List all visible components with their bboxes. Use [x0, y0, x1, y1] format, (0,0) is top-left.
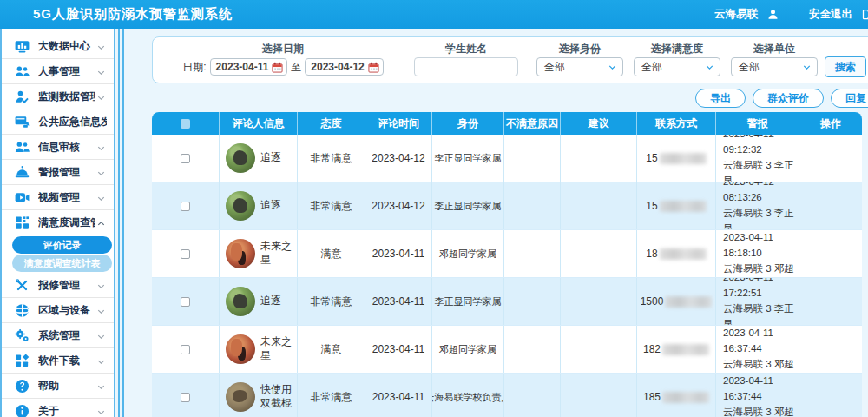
row-checkbox[interactable]	[181, 202, 190, 211]
chevron-down-icon	[95, 192, 107, 203]
current-user-label[interactable]: 云海易联	[714, 7, 758, 22]
sidebar-item-alarm[interactable]: 警报管理	[2, 160, 114, 185]
contact-cell: 15	[637, 182, 716, 229]
sidebar-item-broadcast[interactable]: 公共应急信息发布	[2, 109, 114, 135]
sidebar-subitem-8[interactable]: 评价记录	[12, 236, 112, 254]
alarm-line: 2023-04-12	[723, 135, 774, 142]
user-icon	[766, 8, 779, 21]
topbar: 5G人脸识别防溺水预警监测系统 云海易联 安全退出	[0, 0, 868, 29]
reply-button[interactable]: 回复	[831, 89, 868, 108]
commenter-name: 追逐	[260, 199, 281, 213]
avatar	[226, 143, 255, 173]
select-all-checkbox[interactable]	[181, 119, 190, 129]
operation-cell	[799, 374, 862, 417]
phone-redacted	[660, 153, 707, 164]
alarm-line: 2023-04-12	[723, 182, 774, 190]
identity-cell: 李正显同学家属	[432, 182, 504, 229]
avatar	[226, 382, 255, 412]
calendar-icon	[272, 62, 283, 73]
search-button[interactable]: 搜索	[825, 56, 866, 77]
row-checkbox-cell	[152, 326, 220, 373]
chevron-down-icon	[95, 41, 107, 52]
region-icon	[14, 302, 30, 319]
software-icon	[14, 353, 30, 369]
suggestion-cell	[561, 230, 637, 277]
chevron-down-icon	[95, 330, 107, 341]
sidebar-scrollbar[interactable]	[115, 29, 128, 417]
sidebar-item-region[interactable]: 区域与设备	[2, 298, 114, 323]
suggestion-cell	[561, 374, 637, 417]
unit-filter-label: 选择单位	[726, 42, 823, 56]
avatar	[226, 239, 255, 268]
suggestion-cell	[561, 182, 637, 229]
sidebar-item-video[interactable]: 视频管理	[2, 185, 114, 210]
column-header: 评论人信息	[220, 112, 298, 135]
table-row: 追逐非常满意2023-04-12李正显同学家属152023-04-1209:12…	[152, 135, 862, 182]
alarm-line: 云海易联 3 邓超	[723, 261, 794, 277]
avatar	[226, 191, 255, 221]
identity-filter-label: 选择身份	[531, 42, 628, 56]
sidebar-item-info-audit[interactable]: 信息审核	[2, 135, 114, 160]
operation-cell	[799, 278, 862, 325]
row-checkbox[interactable]	[181, 297, 190, 307]
row-checkbox[interactable]	[181, 249, 190, 259]
chevron-down-icon	[95, 406, 107, 417]
alarm-line: 17:22:51	[723, 286, 762, 301]
sidebar-item-system[interactable]: 系统管理	[2, 323, 114, 348]
identity-select[interactable]: 全部	[536, 57, 623, 76]
alarm-line: 云海易联 3 邓超	[723, 357, 794, 373]
sidebar-item-help[interactable]: 帮助	[2, 374, 114, 399]
sidebar-item-label: 监测数据管理	[38, 89, 95, 104]
contact-cell: 18	[637, 230, 716, 277]
sidebar-item-label: 报修管理	[38, 278, 95, 293]
header-checkbox-cell	[152, 112, 220, 135]
alarm-cell: 2023-04-1116:37:44云海易联 3 邓超	[716, 326, 799, 373]
column-header: 警报	[716, 112, 799, 135]
student-name-input[interactable]	[414, 57, 518, 76]
phone-redacted	[662, 344, 709, 355]
contact-cell: 182	[637, 326, 716, 373]
comment-time-cell: 2023-04-12	[365, 135, 432, 182]
sidebar-item-survey[interactable]: 满意度调查管理	[2, 210, 114, 235]
row-checkbox-cell	[152, 135, 220, 182]
table-body: 追逐非常满意2023-04-12李正显同学家属152023-04-1209:12…	[152, 135, 862, 417]
broadcast-icon	[14, 114, 30, 130]
sidebar-subitem-9[interactable]: 满意度调查统计表	[12, 255, 112, 272]
attitude-cell: 非常满意	[298, 135, 365, 182]
phone-prefix: 18	[646, 248, 657, 260]
sidebar-item-hr[interactable]: 人事管理	[2, 59, 114, 84]
sidebar-item-label: 公共应急信息发布	[38, 115, 107, 129]
chevron-down-icon	[95, 91, 107, 103]
table-header-row: 评论人信息态度评论时间身份不满意原因建议联系方式警报操作	[152, 112, 862, 135]
table-row: 追逐非常满意2023-04-11李正显同学家属15002023-04-1117:…	[152, 278, 862, 326]
sidebar-item-repair[interactable]: 报修管理	[2, 273, 114, 298]
export-button[interactable]: 导出	[695, 89, 746, 108]
row-checkbox[interactable]	[181, 154, 190, 163]
alarm-cell: 2023-04-1209:12:32云海易联 3 李正显	[716, 135, 799, 182]
alarm-line: 16:37:44	[723, 341, 762, 357]
unit-select[interactable]: 全部	[731, 57, 818, 76]
column-header: 联系方式	[637, 112, 716, 135]
public-review-button[interactable]: 群众评价	[753, 89, 824, 108]
alarm-cell: 2023-04-1116:37:44云海易联 3 邓超	[716, 374, 799, 417]
comment-time-cell: 2023-04-11	[365, 326, 432, 373]
logout-label[interactable]: 安全退出	[809, 7, 852, 22]
date-to-input[interactable]: 2023-04-12	[305, 58, 383, 76]
row-checkbox[interactable]	[181, 393, 190, 402]
attitude-cell: 非常满意	[298, 374, 365, 417]
sidebar-item-label: 软件下载	[38, 354, 95, 368]
sidebar-item-data-center[interactable]: 大数据中心	[2, 34, 114, 59]
row-checkbox[interactable]	[181, 345, 190, 354]
avatar	[226, 334, 255, 364]
sidebar-item-software[interactable]: 软件下载	[2, 348, 114, 374]
system-icon	[14, 328, 30, 344]
alarm-line: 16:37:44	[723, 389, 762, 405]
date-from-input[interactable]: 2023-04-11	[210, 58, 288, 76]
sidebar-item-label: 区域与设备	[38, 303, 95, 318]
sidebar-item-about[interactable]: 关于	[2, 399, 114, 417]
sidebar-item-monitor-data[interactable]: 监测数据管理	[2, 84, 114, 109]
logout-icon[interactable]	[861, 8, 868, 21]
phone-redacted	[665, 296, 712, 308]
monitor-data-icon	[14, 89, 30, 105]
satisfaction-select[interactable]: 全部	[634, 57, 720, 76]
